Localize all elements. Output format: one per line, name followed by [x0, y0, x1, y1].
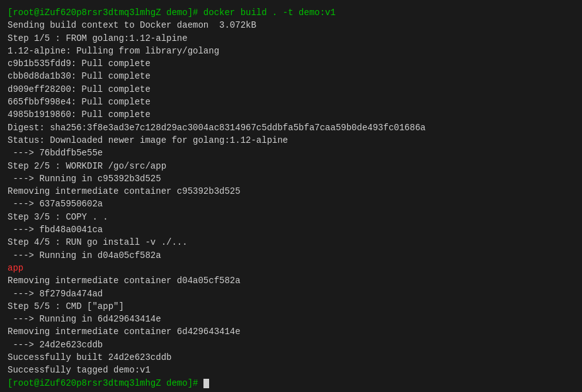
terminal-line-l18: Step 4/5 : RUN go install -v ./... [8, 236, 574, 249]
terminal-line-l3: 1.12-alpine: Pulling from library/golang [8, 45, 574, 57]
terminal-line-l28: Successfully tagged demo:v1 [8, 364, 574, 376]
terminal-line-l8: 4985b1919860: Pull complete [8, 108, 574, 121]
terminal-line-l24: ---> Running in 6d429643414e [8, 313, 574, 325]
terminal-line-l21: Removing intermediate container d04a05cf… [8, 274, 574, 287]
terminal-line-l25: Removing intermediate container 6d429643… [8, 325, 574, 338]
terminal-line-l14: Removing intermediate container c95392b3… [8, 185, 574, 198]
terminal-line-l6: d909eff28200: Pull complete [8, 83, 574, 96]
terminal-cursor [203, 379, 209, 388]
terminal-line-l7: 665fbbf998e4: Pull complete [8, 96, 574, 108]
terminal-line-l10: Status: Downloaded newer image for golan… [8, 134, 574, 147]
terminal-line-l5: cbb0d8da1b30: Pull complete [8, 70, 574, 82]
terminal-line-l12: Step 2/5 : WORKDIR /go/src/app [8, 160, 574, 172]
terminal-line-l9: Digest: sha256:3f8e3ad3e7c128d29ac3004ac… [8, 121, 574, 134]
terminal-line-l2: Step 1/5 : FROM golang:1.12-alpine [8, 32, 574, 45]
terminal-line-l15: ---> 637a5950602a [8, 198, 574, 210]
terminal-line-l17: ---> fbd48a0041ca [8, 223, 574, 236]
terminal-line-l20: app [8, 262, 574, 274]
terminal-line-l23: Step 5/5 : CMD ["app"] [8, 300, 574, 313]
terminal-line-l16: Step 3/5 : COPY . . [8, 211, 574, 223]
terminal-line-l1: Sending build context to Docker daemon 3… [8, 19, 574, 31]
terminal-line-l11: ---> 76bddfb5e55e [8, 147, 574, 159]
terminal-line-l27: Successfully built 24d2e623cddb [8, 351, 574, 364]
terminal-line-l13: ---> Running in c95392b3d525 [8, 172, 574, 185]
terminal-line-l29: [root@iZuf620p8rsr3dtmq3lmhgZ demo]# [8, 377, 574, 389]
terminal-window: [root@iZuf620p8rsr3dtmq3lmhgZ demo]# doc… [0, 0, 582, 392]
terminal-line-l4: c9b1b535fdd9: Pull complete [8, 57, 574, 70]
terminal-line-l19: ---> Running in d04a05cf582a [8, 249, 574, 262]
terminal-line-l26: ---> 24d2e623cddb [8, 339, 574, 351]
terminal-line-cmd: [root@iZuf620p8rsr3dtmq3lmhgZ demo]# doc… [8, 6, 574, 19]
terminal-line-l22: ---> 8f279da474ad [8, 288, 574, 300]
